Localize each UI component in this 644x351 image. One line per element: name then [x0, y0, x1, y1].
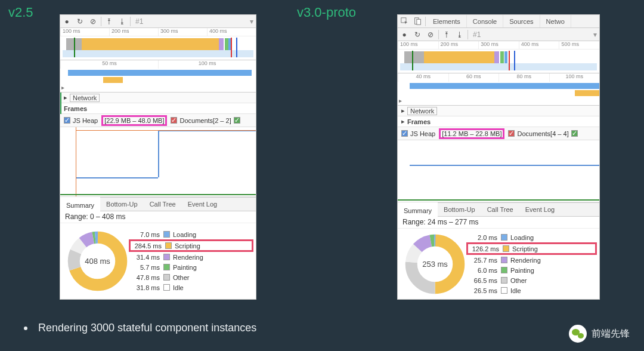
perf-toolbar: ● ↻ ⊘ ⭱ ⭳ #1 ▾ — [398, 28, 599, 41]
tree-row-network[interactable]: ▸ Network — [398, 106, 599, 116]
tab-bottomup[interactable]: Bottom-Up — [100, 197, 144, 211]
tab-calltree[interactable]: Call Tree — [144, 197, 182, 211]
expand-icon[interactable]: ▸ — [61, 84, 64, 91]
devtools-panel-v30: Elements Console Sources Netwo ● ↻ ⊘ ⭱ ⭳… — [397, 14, 600, 300]
memory-row: ✓ JS Heap [22.9 MB – 48.0 MB] ✓ Document… — [60, 114, 256, 127]
checkbox-jsheap[interactable]: ✓ — [401, 130, 408, 137]
summary-tabs: Summary Bottom-Up Call Tree Event Log — [398, 202, 599, 217]
checkbox-documents[interactable]: ✓ — [508, 130, 515, 137]
tab-calltree[interactable]: Call Tree — [481, 202, 519, 217]
device-icon[interactable] — [411, 15, 424, 28]
download-icon[interactable]: ⭳ — [453, 30, 466, 39]
jsheap-range-highlight: [22.9 MB – 48.0 MB] — [101, 115, 167, 126]
session-label[interactable]: #1 — [469, 30, 484, 39]
jsheap-label: JS Heap — [73, 117, 98, 124]
overview-timeline[interactable]: 100 ms 200 ms 300 ms 400 ms — [60, 28, 256, 60]
legend-row: 31.4 msRendering — [129, 252, 253, 262]
legend-row: 7.0 msLoading — [129, 229, 253, 239]
checkbox-next[interactable]: ✓ — [234, 117, 240, 124]
flame-chart[interactable]: 50 ms 100 ms ▸ — [60, 60, 256, 93]
overview-axis: 100 ms 200 ms 300 ms 400 ms — [60, 28, 256, 36]
legend-row: 26.5 msIdle — [466, 285, 597, 295]
tab-summary[interactable]: Summary — [398, 202, 438, 217]
tree-row-frames[interactable]: Frames — [60, 103, 256, 114]
perf-toolbar: ● ↻ ⊘ ⭱ ⭳ #1 ▾ — [60, 15, 256, 28]
legend-row: 2.0 msLoading — [466, 232, 597, 242]
tree-row-network[interactable]: ▸ Network — [60, 93, 256, 103]
jsheap-range-highlight: [11.2 MB – 22.8 MB] — [439, 128, 504, 139]
record-icon[interactable]: ● — [398, 30, 411, 39]
record-icon[interactable]: ● — [60, 17, 73, 26]
donut-total: 408 ms — [66, 230, 129, 292]
tab-summary[interactable]: Summary — [60, 197, 100, 211]
summary-tabs: Summary Bottom-Up Call Tree Event Log — [60, 197, 256, 211]
watermark: 前端先锋 — [569, 325, 630, 343]
session-label[interactable]: #1 — [132, 17, 147, 26]
expand-icon[interactable]: ▸ — [399, 97, 402, 104]
legend-row: 25.7 msRendering — [466, 255, 597, 265]
svg-rect-9 — [416, 19, 420, 24]
tab-elements[interactable]: Elements — [427, 15, 467, 28]
legend-left: 7.0 msLoading284.5 msScripting31.4 msRen… — [129, 229, 253, 292]
legend-row: 31.8 msIdle — [129, 282, 253, 292]
legend-row: 126.2 msScripting — [466, 242, 597, 255]
tab-eventlog[interactable]: Event Log — [519, 202, 561, 217]
tab-sources[interactable]: Sources — [503, 15, 540, 28]
tab-console[interactable]: Console — [467, 15, 503, 28]
more-icon[interactable]: ▾ — [591, 30, 599, 39]
version-label-left: v2.5 — [8, 5, 33, 20]
checkbox-jsheap[interactable]: ✓ — [64, 117, 70, 124]
upload-icon[interactable]: ⭱ — [103, 17, 116, 26]
clear-icon[interactable]: ⊘ — [424, 30, 437, 39]
overview-timeline[interactable]: 100 ms 200 ms 300 ms 400 ms 500 ms — [398, 41, 599, 73]
legend-row: 47.8 msOther — [129, 272, 253, 282]
documents-label: Documents[2 – 2] — [179, 117, 231, 124]
donut-chart: 408 ms — [66, 230, 129, 292]
reload-icon[interactable]: ↻ — [73, 17, 86, 26]
upload-icon[interactable]: ⭱ — [440, 30, 453, 39]
more-icon[interactable]: ▾ — [247, 17, 256, 26]
tab-network[interactable]: Netwo — [540, 15, 571, 28]
tab-eventlog[interactable]: Event Log — [182, 197, 224, 211]
version-label-right: v3.0-proto — [297, 5, 356, 20]
tree-row-frames[interactable]: ▸ Frames — [398, 116, 599, 127]
legend-right: 2.0 msLoading126.2 msScripting25.7 msRen… — [466, 232, 597, 295]
summary-pane: 408 ms 7.0 msLoading284.5 msScripting31.… — [60, 223, 256, 300]
legend-row: 5.7 msPainting — [129, 262, 253, 272]
tab-bottomup[interactable]: Bottom-Up — [438, 202, 481, 217]
legend-row: 66.5 msOther — [466, 275, 597, 285]
bullet-icon — [24, 327, 27, 330]
flame-chart[interactable]: 40 ms 60 ms 80 ms 100 ms ▸ — [398, 73, 599, 106]
inspect-icon[interactable] — [398, 15, 411, 28]
slide-caption: Rendering 3000 stateful component instan… — [24, 322, 256, 334]
download-icon[interactable]: ⭳ — [116, 17, 129, 26]
memory-row: ✓ JS Heap [11.2 MB – 22.8 MB] ✓ Document… — [398, 127, 599, 140]
summary-pane: 253 ms 2.0 msLoading126.2 msScripting25.… — [398, 229, 599, 299]
checkbox-next[interactable]: ✓ — [571, 130, 578, 137]
checkbox-documents[interactable]: ✓ — [171, 117, 177, 124]
range-label: Range: 0 – 408 ms — [60, 211, 256, 223]
devtools-panel-v25: ● ↻ ⊘ ⭱ ⭳ #1 ▾ 100 ms 200 ms 300 ms 400 … — [60, 14, 256, 300]
legend-row: 284.5 msScripting — [129, 239, 253, 252]
legend-row: 6.0 msPainting — [466, 265, 597, 275]
range-label: Range: 24 ms – 277 ms — [398, 217, 599, 229]
memory-graph[interactable] — [398, 140, 599, 202]
wechat-icon — [569, 325, 587, 343]
donut-chart: 253 ms — [404, 233, 466, 295]
devtools-tabstrip: Elements Console Sources Netwo — [398, 15, 599, 28]
memory-graph[interactable] — [60, 127, 256, 197]
donut-total: 253 ms — [404, 233, 466, 295]
reload-icon[interactable]: ↻ — [411, 30, 424, 39]
clear-icon[interactable]: ⊘ — [86, 17, 100, 26]
